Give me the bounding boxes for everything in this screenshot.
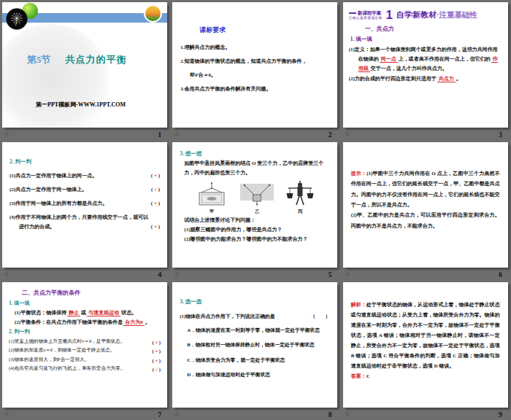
star-watermark-icon: ☆	[345, 411, 350, 418]
hint-label: 提示：	[351, 171, 367, 176]
analysis-paragraph: 解析：处于平衡状态的物体，从运动形式上看，物体处于静止状态或匀速直线运动状态；从…	[351, 300, 500, 371]
slide-number: 8	[328, 411, 332, 419]
star-watermark-icon: ☆	[174, 131, 180, 138]
judge-mark: ( × )	[151, 222, 160, 232]
slide-number: 1	[158, 131, 161, 139]
figure-row: 甲 乙	[180, 180, 330, 214]
figure-caption: 丙	[285, 209, 315, 214]
star-watermark-icon: ☆	[4, 411, 9, 418]
fill-in-question: (1)定义：如果一个物体受到两个或更多力的作用，这些力共同作用在物体的同一点上，…	[349, 45, 502, 74]
fill-in-question: (1)平衡状态：物体保持静止或匀速直线运动状态。	[15, 309, 161, 316]
thumbnail-gutter: ☆ 4	[0, 268, 170, 280]
star-watermark-icon: ☆	[4, 271, 9, 278]
figure-yi-shop-sign: 乙	[239, 182, 275, 214]
background-circle	[2, 24, 110, 128]
judge-item: (4)在高空高速匀速飞行的飞机上，乘客所受合力为零。 ( √ )	[9, 365, 161, 372]
judge-item: (1)竖直上抛的物体上升至最高点时v＝0，是平衡状态。 ( × )	[9, 338, 161, 345]
slide-thumbnail-6[interactable]: 提示：(1)甲图中三个力共同作用在 O 点上，乙图中三个力虽然不作用在同一点上，…	[343, 142, 508, 268]
header-title: 自学新教材·注重基础性	[396, 9, 477, 20]
thumbnail-gutter: ☆ 1	[0, 128, 170, 140]
judge-item: (1)共点力一定作用于物体上的同一点。 ( × )	[9, 171, 160, 181]
slide-number: 6	[499, 271, 502, 279]
answer-label: 答案：	[351, 373, 366, 379]
mark-symbol: ×	[154, 173, 157, 179]
fill-in-answer: 匀速直线运动	[87, 310, 120, 316]
question-text: 或	[81, 310, 86, 316]
slide-number: 9	[499, 411, 502, 419]
slide-thumbnail-9[interactable]: 解析：处于平衡状态的物体，从运动形式上看，物体处于静止状态或匀速直线运动状态；从…	[343, 282, 508, 408]
header-title-sub: 注重基础性	[439, 10, 478, 19]
question-text: 上，或者虽不作用在同一点上，但它们的	[399, 56, 491, 62]
brand-name: 新课程学案	[358, 10, 382, 16]
judge-item: (3)物体的速度很大，则F合一定很大。 ( × )	[9, 357, 161, 363]
requirement-line: 2.知道物体的平衡状态的概念，知道共点力平衡的条件，	[180, 58, 329, 65]
judge-mark: ( √ )	[151, 185, 160, 195]
analysis-text: 处于平衡状态的物体，从运动形式上看，物体处于静止状态或匀速直线运动状态；从受力上…	[351, 302, 500, 369]
dandelion-icon	[6, 8, 28, 30]
judge-item: (2)物体的加速度a＝0，则物体一定处于静止状态。 ( × )	[9, 347, 161, 354]
slide-thumbnail-3[interactable]: 新课程学案 让核心素养落地生根 1 自学新教材·注重基础性 一、共点力 1. 填…	[343, 2, 508, 128]
question-text: 。	[145, 319, 150, 325]
judge-item: (4)作用于不同物体上的两个力，只要作用线交于一点，就可以进行力的合成。 ( ×…	[9, 213, 160, 232]
discussion-prompt: 试结合上述情景讨论下列问题：	[184, 216, 330, 225]
question-text: 交于一点，这几个力叫作共点力。	[371, 66, 447, 71]
slide-thumbnail-2[interactable]: 课标要求 1.理解共点力的概念。 2.知道物体的平衡状态的概念，知道共点力平衡的…	[172, 2, 337, 128]
judge-text: (4)在高空高速匀速飞行的飞机上，乘客所受合力为零。	[9, 365, 150, 372]
mark-symbol: ×	[155, 349, 158, 354]
judge-text: (1)竖直上抛的物体上升至最高点时v＝0，是平衡状态。	[9, 338, 150, 345]
fill-in-answer: 静止	[67, 310, 80, 316]
slide-thumbnail-1[interactable]: 第5节 共点力的平衡 第一PPT模板网-WWW.1PPT.COM	[2, 2, 167, 128]
mark-symbol: √	[155, 367, 158, 372]
section-heading: 二、共点力平衡的条件	[22, 289, 161, 297]
slide-thumbnail-8[interactable]: 3. 选一选 (1)物体在共点力作用下，下列说法正确的是 （ ） A．物体的速度…	[172, 282, 337, 408]
question-text: (1)平衡状态：物体保持	[15, 310, 66, 316]
brand-bar-icon	[349, 12, 356, 14]
star-watermark-icon: ☆	[345, 131, 350, 138]
choice-option: D．物体做匀加速运动时处于平衡状态	[187, 370, 330, 379]
section-label: 第5节	[27, 53, 51, 66]
analysis-label: 解析：	[351, 302, 366, 308]
slide-cell-7: 二、共点力平衡的条件 1. 填一填 (1)平衡状态：物体保持静止或匀速直线运动状…	[0, 280, 170, 420]
choice-option: B．物体相对另一物体保持静止时，物体一定处于平衡状态	[187, 341, 330, 349]
slide-cell-2: 课标要求 1.理解共点力的概念。 2.知道物体的平衡状态的概念，知道共点力平衡的…	[170, 0, 340, 140]
judge-item: (3)作用于同一物体上的所有力都是共点力。 ( × )	[9, 199, 160, 209]
thumbnail-gutter: ☆ 5	[170, 268, 340, 280]
question-text: (2)力的合成的平行四边形定则只适用于	[349, 76, 437, 82]
figure-jia-picture-frame: 甲	[195, 182, 228, 214]
flower-circle-icon	[144, 4, 162, 23]
slide-number: 2	[328, 131, 332, 139]
slide-cell-1: 第5节 共点力的平衡 第一PPT模板网-WWW.1PPT.COM ☆ 1	[0, 0, 170, 140]
unit-number: 1	[386, 9, 393, 21]
mark-symbol: ×	[155, 358, 158, 363]
question-text: 。	[456, 76, 461, 82]
slide-thumbnail-5[interactable]: 3. 想一想 如图甲中悬挂风景画框的结点 O 受三个力，乙中的店牌受三个力，丙中…	[172, 142, 337, 268]
slide-number: 5	[328, 271, 332, 279]
fill-in-question: (2)平衡条件：在共点力作用下物体平衡的条件是合力为0。	[15, 319, 161, 326]
fill-in-question: (2)力的合成的平行四边形定则只适用于共点力。	[349, 74, 502, 84]
thumbnail-gutter: ☆ 3	[341, 128, 511, 140]
slide-thumbnail-7[interactable]: 二、共点力平衡的条件 1. 填一填 (1)平衡状态：物体保持静止或匀速直线运动状…	[2, 282, 167, 408]
page-title: 共点力的平衡	[66, 53, 127, 66]
slide-number: 3	[499, 131, 502, 139]
answer-value: C	[366, 373, 370, 379]
slide-grid: 第5节 共点力的平衡 第一PPT模板网-WWW.1PPT.COM ☆ 1 课标要…	[0, 0, 511, 420]
slide-thumbnail-4[interactable]: 2. 判一判 (1)共点力一定作用于物体上的同一点。 ( × ) (2)共点力一…	[2, 142, 167, 268]
stem-text: (1)物体在共点力作用下，下列说法正确的是	[180, 312, 274, 321]
figure-caption: 乙	[239, 209, 275, 214]
mark-symbol: √	[154, 187, 157, 192]
choice-option: A．物体的速度在某一时刻等于零，物体就一定处于平衡状态	[187, 326, 330, 335]
mark-symbol: ×	[154, 224, 157, 230]
choice-option: C．物体所受合力为零，就一定处于平衡状态	[187, 356, 330, 365]
hint-text: (1)甲图中三个力共同作用在 O 点上，乙图中三个力虽然不作用在同一点上，但它们…	[351, 171, 500, 208]
judge-text: (3)物体的速度很大，则F合一定很大。	[9, 357, 150, 363]
figure-bing-shoulder-pole: 丙	[285, 180, 315, 214]
block-label: 3. 想一想	[180, 150, 330, 158]
judge-mark: ( × )	[153, 349, 161, 354]
star-watermark-icon: ☆	[4, 131, 9, 138]
thumbnail-gutter: ☆ 7	[0, 408, 170, 420]
slide-cell-6: 提示：(1)甲图中三个力共同作用在 O 点上，乙图中三个力虽然不作用在同一点上，…	[341, 140, 511, 280]
requirement-line: 3.会用共点力平衡的条件解决有关问题。	[180, 85, 329, 93]
slide-cell-3: 新课程学案 让核心素养落地生根 1 自学新教材·注重基础性 一、共点力 1. 填…	[341, 0, 511, 140]
judge-mark: ( × )	[153, 358, 161, 363]
answer-bracket: （ ）	[310, 312, 330, 321]
